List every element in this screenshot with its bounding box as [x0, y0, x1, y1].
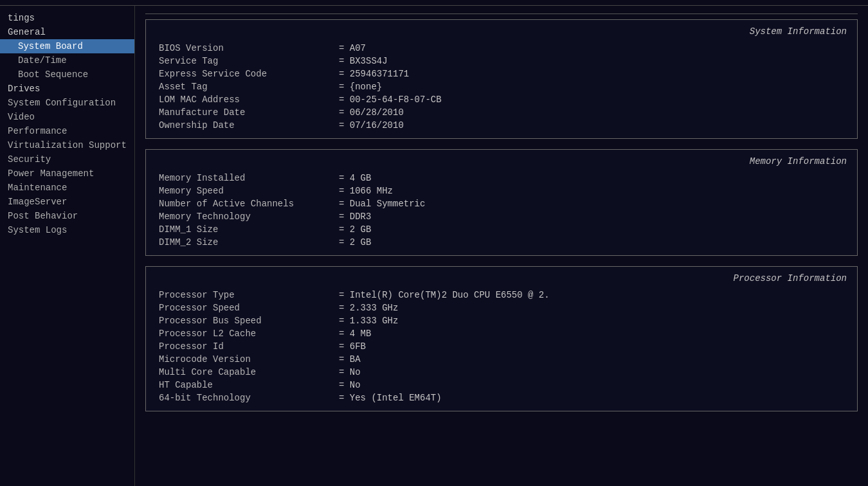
table-row: DIMM_1 Size= 2 GB: [156, 223, 847, 236]
table-row: Ownership Date= 07/16/2010: [156, 119, 847, 132]
table-row: Multi Core Capable= No: [156, 366, 847, 379]
row-value: = No: [336, 379, 847, 392]
row-label: Memory Technology: [156, 210, 336, 223]
row-label: Processor L2 Cache: [156, 327, 336, 340]
row-label: Processor Speed: [156, 302, 336, 314]
row-label: DIMM_2 Size: [156, 236, 336, 249]
table-row: 64-bit Technology= Yes (Intel EM64T): [156, 392, 847, 404]
row-value: = 25946371171: [336, 68, 847, 80]
panel-memory-info: Memory InformationMemory Installed= 4 GB…: [145, 149, 858, 256]
table-row: Microcode Version= BA: [156, 353, 847, 366]
main-area: tingsGeneralSystem BoardDate/TimeBoot Se…: [0, 6, 868, 486]
row-value: = BA: [336, 353, 847, 366]
row-label: BIOS Version: [156, 42, 336, 55]
row-value: = Yes (Intel EM64T): [336, 392, 847, 404]
table-row: Asset Tag= {none}: [156, 80, 847, 93]
sidebar: tingsGeneralSystem BoardDate/TimeBoot Se…: [0, 6, 135, 486]
sidebar-item-power-mgmt[interactable]: Power Management: [0, 166, 134, 181]
table-row: Processor Id= 6FB: [156, 340, 847, 353]
row-label: Asset Tag: [156, 80, 336, 93]
row-label: DIMM_1 Size: [156, 223, 336, 236]
row-label: Ownership Date: [156, 119, 336, 132]
row-value: = 2 GB: [336, 236, 847, 249]
sidebar-item-performance[interactable]: Performance: [0, 124, 134, 138]
row-value: = {none}: [336, 80, 847, 93]
table-row: Processor Type= Intel(R) Core(TM)2 Duo C…: [156, 289, 847, 302]
row-value: = No: [336, 366, 847, 379]
table-row: Processor Bus Speed= 1.333 GHz: [156, 314, 847, 327]
sidebar-item-system-logs[interactable]: System Logs: [0, 223, 134, 237]
row-label: LOM MAC Address: [156, 93, 336, 106]
row-value: = 1.333 GHz: [336, 314, 847, 327]
table-row: Processor L2 Cache= 4 MB: [156, 327, 847, 340]
sidebar-item-security[interactable]: Security: [0, 152, 134, 166]
row-value: = 2 GB: [336, 223, 847, 236]
row-label: Manufacture Date: [156, 106, 336, 119]
table-row: Express Service Code= 25946371171: [156, 68, 847, 80]
sidebar-item-post-behavior[interactable]: Post Behavior: [0, 209, 134, 223]
sidebar-item-drives[interactable]: Drives: [0, 82, 134, 96]
sidebar-item-maintenance[interactable]: Maintenance: [0, 181, 134, 195]
panel-processor-info: Processor InformationProcessor Type= Int…: [145, 266, 858, 411]
row-label: Processor Bus Speed: [156, 314, 336, 327]
row-label: 64-bit Technology: [156, 392, 336, 404]
row-value: = 00-25-64-F8-07-CB: [336, 93, 847, 106]
sidebar-item-virt-support[interactable]: Virtualization Support: [0, 138, 134, 152]
sidebar-item-system-board[interactable]: System Board: [0, 39, 134, 53]
sidebar-item-date-time[interactable]: Date/Time: [0, 53, 134, 68]
sidebar-item-general[interactable]: General: [0, 25, 134, 39]
table-row: Processor Speed= 2.333 GHz: [156, 302, 847, 314]
row-value: = 2.333 GHz: [336, 302, 847, 314]
table-row: Service Tag= BX3SS4J: [156, 55, 847, 68]
processor-info-table: Processor Type= Intel(R) Core(TM)2 Duo C…: [156, 289, 847, 404]
row-label: Processor Id: [156, 340, 336, 353]
row-label: Express Service Code: [156, 68, 336, 80]
bios-screen: tingsGeneralSystem BoardDate/TimeBoot Se…: [0, 0, 868, 486]
table-row: HT Capable= No: [156, 379, 847, 392]
row-value: = 6FB: [336, 340, 847, 353]
sidebar-item-settings[interactable]: tings: [0, 11, 134, 25]
table-row: Number of Active Channels= Dual Symmetri…: [156, 197, 847, 210]
processor-info-header: Processor Information: [156, 273, 847, 284]
memory-info-header: Memory Information: [156, 156, 847, 166]
table-row: Memory Installed= 4 GB: [156, 172, 847, 184]
sidebar-item-image-server[interactable]: ImageServer: [0, 195, 134, 209]
row-label: Service Tag: [156, 55, 336, 68]
sidebar-item-system-config[interactable]: System Configuration: [0, 96, 134, 110]
table-row: DIMM_2 Size= 2 GB: [156, 236, 847, 249]
row-value: = 07/16/2010: [336, 119, 847, 132]
row-label: Memory Installed: [156, 172, 336, 184]
table-row: Memory Speed= 1066 MHz: [156, 184, 847, 197]
table-row: Memory Technology= DDR3: [156, 210, 847, 223]
system-info-header: System Information: [156, 26, 847, 37]
row-label: Multi Core Capable: [156, 366, 336, 379]
row-value: = Dual Symmetric: [336, 197, 847, 210]
row-value: = BX3SS4J: [336, 55, 847, 68]
memory-info-table: Memory Installed= 4 GBMemory Speed= 1066…: [156, 172, 847, 249]
row-label: Microcode Version: [156, 353, 336, 366]
title-bar: [0, 0, 868, 6]
table-row: LOM MAC Address= 00-25-64-F8-07-CB: [156, 93, 847, 106]
row-label: Memory Speed: [156, 184, 336, 197]
row-value: = 06/28/2010: [336, 106, 847, 119]
row-value: = DDR3: [336, 210, 847, 223]
system-info-table: BIOS Version= A07Service Tag= BX3SS4JExp…: [156, 42, 847, 132]
table-row: BIOS Version= A07: [156, 42, 847, 55]
row-label: Processor Type: [156, 289, 336, 302]
row-value: = Intel(R) Core(TM)2 Duo CPU E6550 @ 2.: [336, 289, 847, 302]
row-label: HT Capable: [156, 379, 336, 392]
section-title: [145, 11, 858, 14]
row-value: = A07: [336, 42, 847, 55]
row-label: Number of Active Channels: [156, 197, 336, 210]
sidebar-item-video[interactable]: Video: [0, 110, 134, 124]
table-row: Manufacture Date= 06/28/2010: [156, 106, 847, 119]
row-value: = 4 MB: [336, 327, 847, 340]
sidebar-item-boot-sequence[interactable]: Boot Sequence: [0, 68, 134, 82]
row-value: = 1066 MHz: [336, 184, 847, 197]
row-value: = 4 GB: [336, 172, 847, 184]
content-area: System InformationBIOS Version= A07Servi…: [135, 6, 868, 486]
panel-system-info: System InformationBIOS Version= A07Servi…: [145, 19, 858, 139]
